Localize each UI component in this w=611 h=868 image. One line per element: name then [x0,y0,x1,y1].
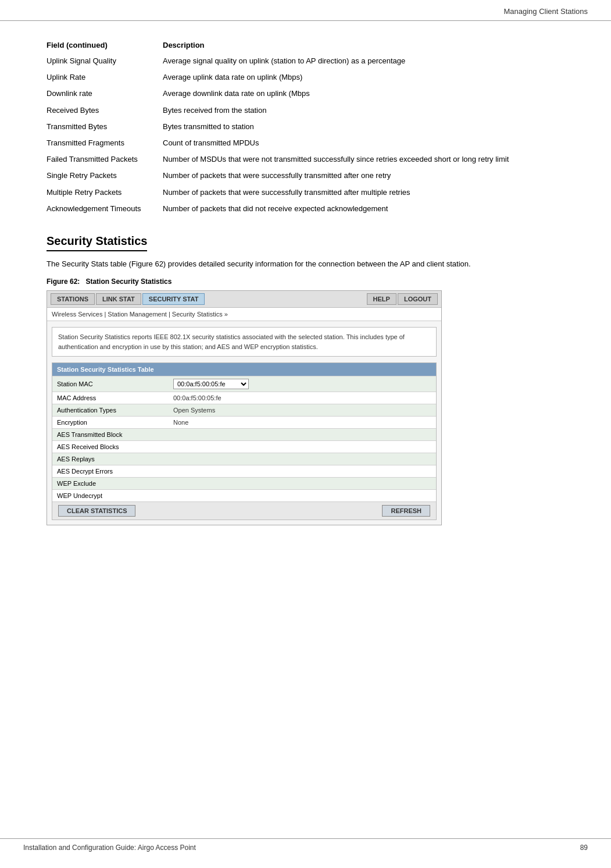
cell-label: AES Transmitted Block [52,429,169,441]
table-footer: CLEAR STATISTICS REFRESH [52,501,436,520]
page-footer: Installation and Configuration Guide: Ai… [0,838,611,856]
help-button[interactable]: HELP [367,293,396,305]
field-name: Uplink Rate [47,69,163,86]
cell-value [169,478,436,490]
stats-table-container: Station Security Statistics Table Statio… [52,362,437,520]
col1-header: Field (continued) [47,38,163,53]
field-description: Number of packets that were successfully… [163,184,576,201]
refresh-button[interactable]: REFRESH [382,505,430,517]
field-description: Bytes received from the station [163,102,576,119]
list-item: AES Decrypt Errors [52,465,436,478]
cell-value: 00:0a:f5:00:05:fe [169,376,436,392]
field-description: Count of transmitted MPDUs [163,135,576,151]
field-description: Number of MSDUs that were not transmitte… [163,151,576,168]
field-description: Number of packets that were successfully… [163,168,576,184]
list-item: Station MAC 00:0a:f5:00:05:fe [52,376,436,392]
col2-header: Description [163,38,576,53]
breadcrumb: Wireless Services | Station Management |… [47,308,441,321]
tab-stations[interactable]: STATIONS [51,293,95,305]
list-item: AES Transmitted Block [52,429,436,441]
nav-tabs: STATIONS LINK STAT SECURITY STAT [51,293,205,305]
cell-label: WEP Exclude [52,478,169,490]
tab-link-stat[interactable]: LINK STAT [96,293,141,305]
info-box: Station Security Statistics reports IEEE… [52,327,437,357]
field-name: Transmitted Fragments [47,135,163,151]
list-item: EncryptionNone [52,417,436,429]
ui-screenshot: STATIONS LINK STAT SECURITY STAT HELP LO… [47,290,442,525]
field-name: Transmitted Bytes [47,119,163,135]
table-row: Received Bytes Bytes received from the s… [47,102,576,119]
table-row: Multiple Retry Packets Number of packets… [47,184,576,201]
figure-label: Figure 62: Station Security Statistics [47,278,576,286]
field-name: Single Retry Packets [47,168,163,184]
field-description: Average downlink data rate on uplink (Mb… [163,86,576,102]
list-item: WEP Undecrypt [52,490,436,502]
field-name: Failed Transmitted Packets [47,151,163,168]
table-row: Failed Transmitted Packets Number of MSD… [47,151,576,168]
cell-value [169,441,436,453]
cell-label: AES Replays [52,453,169,465]
field-name: Downlink rate [47,86,163,102]
table-row: Single Retry Packets Number of packets t… [47,168,576,184]
list-item: WEP Exclude [52,478,436,490]
table-row: Transmitted Fragments Count of transmitt… [47,135,576,151]
cell-value [169,453,436,465]
station-mac-select[interactable]: 00:0a:f5:00:05:fe [173,379,249,389]
cell-value [169,429,436,441]
nav-actions: HELP LOGOUT [367,293,438,305]
field-description: Bytes transmitted to station [163,119,576,135]
section-heading: Security Statistics [47,234,147,251]
security-statistics-section: Security Statistics The Security Stats t… [47,234,576,526]
ui-navbar: STATIONS LINK STAT SECURITY STAT HELP LO… [47,291,441,308]
cell-value: Open Systems [169,404,436,417]
cell-label: AES Decrypt Errors [52,465,169,478]
table-row: Uplink Rate Average uplink data rate on … [47,69,576,86]
page-header: Managing Client Stations [0,0,611,21]
cell-label: Encryption [52,417,169,429]
cell-label: WEP Undecrypt [52,490,169,502]
logout-button[interactable]: LOGOUT [398,293,438,305]
table-row: Downlink rate Average downlink data rate… [47,86,576,102]
list-item: Authentication TypesOpen Systems [52,404,436,417]
field-table: Field (continued) Description Uplink Sig… [47,38,576,217]
stats-table: Station MAC 00:0a:f5:00:05:fe MAC Addres… [52,376,436,501]
cell-label: Station MAC [52,376,169,392]
main-content: Field (continued) Description Uplink Sig… [0,21,611,549]
table-row: Transmitted Bytes Bytes transmitted to s… [47,119,576,135]
tab-security-stat[interactable]: SECURITY STAT [142,293,205,305]
field-name: Uplink Signal Quality [47,53,163,69]
cell-value: 00:0a:f5:00:05:fe [169,392,436,404]
list-item: AES Received Blocks [52,441,436,453]
table-row: Uplink Signal Quality Average signal qua… [47,53,576,69]
cell-value [169,465,436,478]
field-name: Received Bytes [47,102,163,119]
cell-value [169,490,436,502]
field-name: Multiple Retry Packets [47,184,163,201]
chapter-title: Managing Client Stations [503,7,588,16]
cell-value: None [169,417,436,429]
clear-statistics-button[interactable]: CLEAR STATISTICS [58,505,135,517]
section-intro: The Security Stats table (Figure 62) pro… [47,258,576,270]
footer-right: 89 [580,844,588,852]
table-row: Acknowledgement Timeouts Number of packe… [47,201,576,217]
list-item: MAC Address00:0a:f5:00:05:fe [52,392,436,404]
cell-label: Authentication Types [52,404,169,417]
footer-left: Installation and Configuration Guide: Ai… [23,844,196,852]
field-description: Average uplink data rate on uplink (Mbps… [163,69,576,86]
cell-label: AES Received Blocks [52,441,169,453]
field-name: Acknowledgement Timeouts [47,201,163,217]
cell-label: MAC Address [52,392,169,404]
field-description: Average signal quality on uplink (statio… [163,53,576,69]
table-header: Station Security Statistics Table [52,363,436,376]
list-item: AES Replays [52,453,436,465]
field-description: Number of packets that did not receive e… [163,201,576,217]
